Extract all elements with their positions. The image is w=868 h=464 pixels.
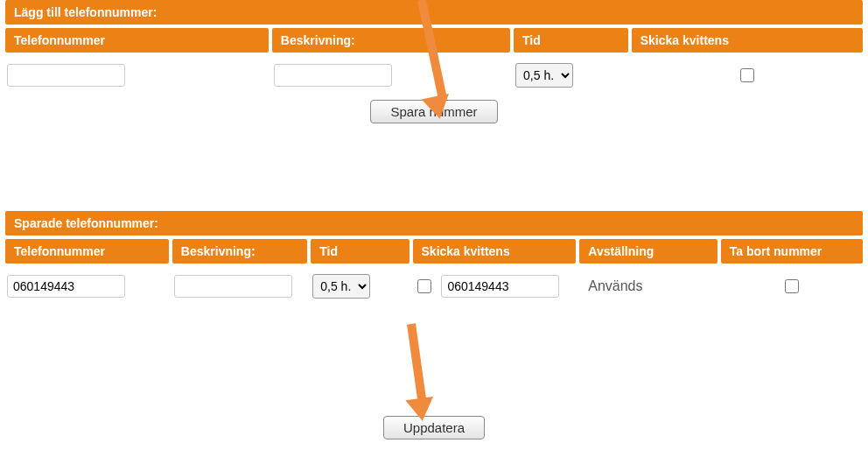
add-time-select[interactable]: 0,5 h.: [515, 63, 573, 88]
add-header-desc: Beskrivning:: [272, 28, 510, 53]
add-phone-input[interactable]: [7, 64, 125, 87]
save-number-button[interactable]: Spara nummer: [370, 100, 497, 123]
saved-header-phone: Telefonnummer: [5, 239, 169, 264]
saved-header-desc: Beskrivning:: [172, 239, 307, 264]
saved-desc-input[interactable]: [174, 275, 292, 298]
saved-section-title: Sparade telefonnummer:: [5, 211, 863, 236]
saved-time-select[interactable]: 0,5 h.: [312, 274, 370, 299]
saved-header-remove: Ta bort nummer: [721, 239, 863, 264]
add-section-title: Lägg till telefonnummer:: [5, 0, 863, 25]
saved-receipt-checkbox[interactable]: [417, 279, 431, 293]
saved-status-text: Används: [579, 278, 717, 294]
saved-header-time: Tid: [311, 239, 409, 264]
add-header-time: Tid: [514, 28, 628, 53]
add-header-phone: Telefonnummer: [5, 28, 269, 53]
update-button[interactable]: Uppdatera: [383, 416, 485, 439]
saved-phone-input[interactable]: [7, 275, 125, 298]
add-desc-input[interactable]: [274, 64, 392, 87]
table-row: 0,5 h. Används: [5, 274, 863, 299]
saved-header-receipt: Skicka kvittens: [413, 239, 577, 264]
saved-header-status: Avställning: [579, 239, 717, 264]
add-receipt-checkbox[interactable]: [740, 68, 754, 82]
saved-receipt-input[interactable]: [441, 275, 559, 298]
saved-remove-checkbox[interactable]: [785, 279, 799, 293]
add-header-receipt: Skicka kvittens: [632, 28, 863, 53]
